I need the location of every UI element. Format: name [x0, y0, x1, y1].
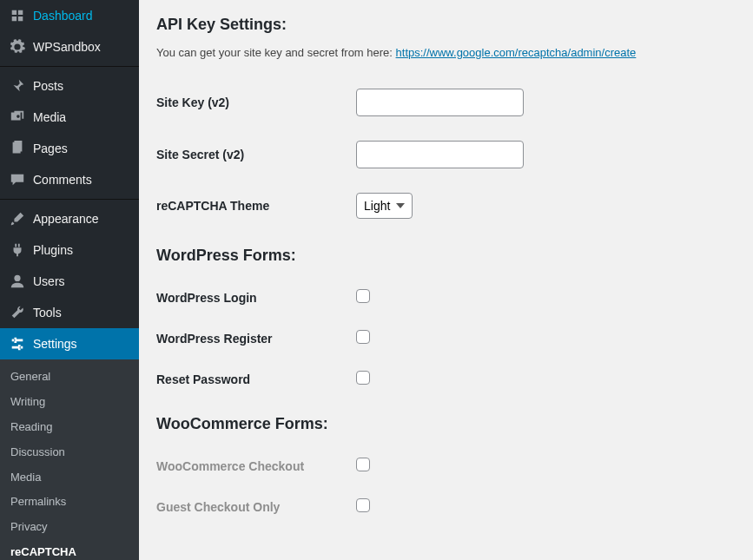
sidebar-item-pages[interactable]: Pages	[0, 133, 139, 164]
plug-icon	[9, 241, 26, 259]
sidebar-item-label: Media	[33, 110, 66, 124]
wp-register-label: WordPress Register	[156, 318, 356, 359]
sidebar-item-label: Tools	[33, 306, 62, 320]
admin-sidebar: DashboardWPSandbox PostsMediaPagesCommen…	[0, 0, 139, 560]
sidebar-item-label: WPSandbox	[33, 40, 101, 54]
wp-login-checkbox[interactable]	[356, 289, 370, 303]
section-api-key-settings: API Key Settings:	[156, 16, 736, 34]
sidebar-item-label: Settings	[33, 337, 77, 351]
recaptcha-theme-label: reCAPTCHA Theme	[156, 181, 356, 231]
section-wordpress-forms: WordPress Forms:	[156, 247, 736, 265]
svg-point-1	[14, 275, 20, 281]
sidebar-item-label: Pages	[33, 142, 68, 155]
sidebar-item-appearance[interactable]: Appearance	[0, 203, 139, 234]
pin-icon	[9, 77, 26, 95]
submenu-item-reading[interactable]: Reading	[0, 415, 139, 440]
settings-submenu: GeneralWritingReadingDiscussionMediaPerm…	[0, 359, 139, 560]
sidebar-item-label: Users	[33, 274, 65, 288]
submenu-item-general[interactable]: General	[0, 365, 139, 390]
recaptcha-theme-select[interactable]: Light	[356, 193, 413, 219]
wp-login-label: WordPress Login	[156, 277, 356, 318]
submenu-item-permalinks[interactable]: Permalinks	[0, 490, 139, 515]
gear-icon	[9, 38, 26, 56]
menu-separator	[0, 66, 139, 67]
svg-point-0	[17, 115, 20, 118]
site-secret-label: Site Secret (v2)	[156, 128, 356, 181]
sidebar-item-posts[interactable]: Posts	[0, 70, 139, 102]
pages-icon	[9, 140, 26, 157]
sidebar-item-comments[interactable]: Comments	[0, 164, 139, 195]
submenu-item-media-sub[interactable]: Media	[0, 465, 139, 491]
submenu-item-writing[interactable]: Writing	[0, 390, 139, 415]
guest-checkout-only-checkbox[interactable]	[356, 498, 370, 512]
woo-checkout-label: WooCommerce Checkout	[156, 445, 356, 486]
sidebar-item-label: Appearance	[33, 212, 99, 226]
site-secret-input[interactable]	[356, 141, 524, 168]
comment-icon	[9, 171, 26, 188]
sidebar-item-label: Plugins	[33, 243, 73, 257]
api-key-description: You can get your site key and secret fro…	[156, 46, 736, 59]
submenu-item-privacy[interactable]: Privacy	[0, 515, 139, 540]
sidebar-item-label: Posts	[33, 79, 63, 93]
sidebar-item-dashboard[interactable]: Dashboard	[0, 0, 139, 31]
guest-checkout-only-label: Guest Checkout Only	[156, 486, 356, 527]
menu-separator	[0, 199, 139, 200]
submenu-item-recaptcha[interactable]: reCAPTCHA WooCommerce	[0, 540, 139, 560]
site-key-input[interactable]	[356, 89, 524, 116]
section-woocommerce-forms: WooCommerce Forms:	[156, 415, 736, 433]
reset-password-checkbox[interactable]	[356, 371, 370, 385]
sidebar-item-media[interactable]: Media	[0, 102, 139, 133]
sliders-icon	[9, 335, 26, 352]
reset-password-label: Reset Password	[156, 359, 356, 399]
sidebar-item-settings[interactable]: Settings	[0, 328, 139, 359]
woo-checkout-checkbox[interactable]	[356, 458, 370, 471]
media-icon	[9, 109, 26, 126]
site-key-label: Site Key (v2)	[156, 76, 356, 128]
dashboard-icon	[9, 7, 26, 24]
sidebar-item-plugins[interactable]: Plugins	[0, 234, 139, 266]
recaptcha-admin-link[interactable]: https://www.google.com/recaptcha/admin/c…	[396, 46, 637, 59]
sidebar-item-label: Comments	[33, 173, 92, 187]
wrench-icon	[9, 304, 26, 321]
sidebar-item-wpsandbox[interactable]: WPSandbox	[0, 31, 139, 63]
sidebar-item-users[interactable]: Users	[0, 266, 139, 297]
sidebar-item-label: Dashboard	[33, 9, 93, 23]
wp-register-checkbox[interactable]	[356, 330, 370, 344]
sidebar-item-tools[interactable]: Tools	[0, 297, 139, 328]
brush-icon	[9, 210, 26, 227]
submenu-item-discussion[interactable]: Discussion	[0, 440, 139, 465]
settings-page: API Key Settings: You can get your site …	[139, 0, 753, 560]
user-icon	[9, 273, 26, 290]
